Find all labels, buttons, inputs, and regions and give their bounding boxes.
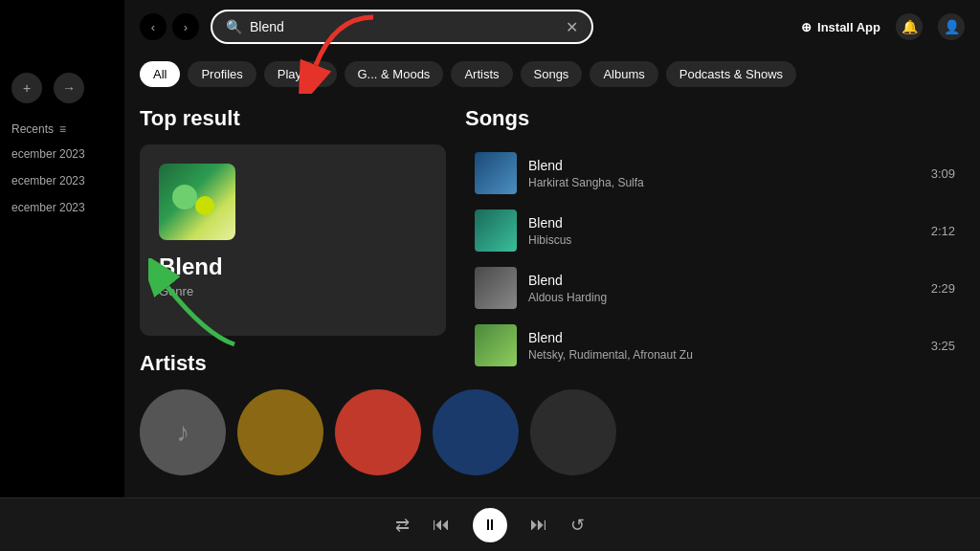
list-item[interactable]: ecember 2023 — [11, 174, 113, 187]
tab-profiles[interactable]: Profiles — [188, 61, 256, 87]
top-result-title: Top result — [140, 106, 446, 131]
sidebar: + → Recents ≡ ecember 2023 ecember 2023 … — [0, 0, 124, 551]
songs-section: Songs Blend Harkirat Sangha, Sulfa 3:09 … — [465, 106, 965, 374]
plus-icon: + — [23, 80, 31, 96]
artist-avatar — [237, 389, 323, 475]
song-thumbnail — [475, 267, 517, 309]
nav-buttons: ‹ › — [140, 13, 199, 40]
user-menu-button[interactable]: 👤 — [938, 13, 965, 40]
topbar: ‹ › 🔍 ✕ ⊕ Install App 🔔 👤 — [124, 0, 980, 54]
song-duration: 3:25 — [931, 339, 955, 353]
back-button[interactable]: ‹ — [140, 13, 167, 40]
list-item[interactable] — [335, 389, 421, 481]
topbar-right: ⊕ Install App 🔔 👤 — [801, 13, 965, 40]
top-result-thumbnail — [159, 164, 235, 240]
content-area: Top result Blend Genre Artists ♪ — [124, 95, 980, 510]
forward-button[interactable]: › — [172, 13, 199, 40]
install-icon: ⊕ — [801, 20, 812, 34]
song-artist: Hibiscus — [528, 233, 920, 247]
song-name: Blend — [528, 273, 920, 288]
top-result-card[interactable]: Blend Genre — [140, 144, 446, 336]
song-info: Blend Hibiscus — [528, 215, 920, 247]
table-row[interactable]: Blend Netsky, Rudimental, Afronaut Zu 3:… — [465, 317, 965, 374]
song-duration: 2:12 — [931, 224, 955, 238]
song-thumbnail — [475, 209, 517, 252]
list-icon: ≡ — [59, 122, 66, 136]
search-input[interactable] — [250, 19, 558, 34]
bottom-bar: ⇄ ⏮ ⏸ ⏭ ↺ — [0, 497, 980, 551]
artists-title: Artists — [140, 351, 446, 376]
artist-avatar — [335, 389, 421, 475]
arrow-right-icon: → — [62, 80, 76, 96]
previous-button[interactable]: ⏮ — [433, 515, 450, 535]
tab-all[interactable]: All — [140, 61, 180, 87]
artists-section: Artists ♪ — [140, 351, 446, 481]
bell-icon: 🔔 — [902, 19, 918, 34]
person-icon: ♪ — [176, 417, 189, 448]
pause-icon: ⏸ — [482, 517, 498, 534]
song-artist: Netsky, Rudimental, Afronaut Zu — [528, 348, 920, 362]
artist-avatar: ♪ — [140, 389, 226, 475]
table-row[interactable]: Blend Harkirat Sangha, Sulfa 3:09 — [465, 144, 965, 202]
user-avatar-icon: 👤 — [944, 19, 960, 34]
add-library-button[interactable]: + — [11, 73, 42, 103]
recents-label: Recents ≡ — [11, 122, 113, 136]
song-info: Blend Aldous Harding — [528, 273, 920, 304]
songs-title: Songs — [465, 106, 965, 131]
forward-library-button[interactable]: → — [54, 73, 84, 103]
search-clear-button[interactable]: ✕ — [566, 18, 578, 36]
install-label: Install App — [817, 20, 880, 34]
next-button[interactable]: ⏭ — [530, 515, 547, 535]
top-result-type: Genre — [159, 284, 427, 298]
tab-artists[interactable]: Artists — [451, 61, 512, 87]
top-result-name: Blend — [159, 253, 427, 280]
table-row[interactable]: Blend Hibiscus 2:12 — [465, 202, 965, 259]
shuffle-button[interactable]: ⇄ — [395, 515, 410, 536]
play-pause-button[interactable]: ⏸ — [473, 508, 507, 542]
table-row[interactable]: Blend Aldous Harding 2:29 — [465, 259, 965, 317]
list-item[interactable] — [237, 389, 323, 481]
install-app-button[interactable]: ⊕ Install App — [801, 20, 880, 34]
right-panel: Songs Blend Harkirat Sangha, Sulfa 3:09 … — [465, 106, 965, 498]
left-panel: Top result Blend Genre Artists ♪ — [140, 106, 446, 498]
song-duration: 2:29 — [931, 281, 955, 296]
song-name: Blend — [528, 158, 920, 173]
tab-albums[interactable]: Albums — [590, 61, 657, 87]
song-name: Blend — [528, 330, 920, 345]
tab-songs[interactable]: Songs — [521, 61, 583, 87]
search-icon: 🔍 — [226, 19, 242, 34]
tab-playlists[interactable]: Playlists — [264, 61, 337, 87]
list-item[interactable]: ♪ — [140, 389, 226, 481]
artists-grid: ♪ — [140, 389, 446, 481]
song-info: Blend Netsky, Rudimental, Afronaut Zu — [528, 330, 920, 362]
song-artist: Aldous Harding — [528, 291, 920, 304]
list-item[interactable]: ecember 2023 — [11, 147, 113, 161]
list-item[interactable]: ecember 2023 — [11, 201, 113, 214]
tab-genres-moods[interactable]: G... & Moods — [345, 61, 444, 87]
song-info: Blend Harkirat Sangha, Sulfa — [528, 158, 920, 189]
song-artist: Harkirat Sangha, Sulfa — [528, 176, 920, 189]
tab-podcasts-shows[interactable]: Podcasts & Shows — [666, 61, 796, 87]
filter-tabs: All Profiles Playlists G... & Moods Arti… — [124, 54, 980, 95]
notifications-button[interactable]: 🔔 — [896, 13, 923, 40]
search-bar[interactable]: 🔍 ✕ — [211, 10, 593, 44]
song-thumbnail — [475, 324, 517, 366]
song-duration: 3:09 — [931, 166, 955, 181]
song-thumbnail — [475, 152, 517, 194]
main-content: ‹ › 🔍 ✕ ⊕ Install App 🔔 👤 All Profiles P… — [124, 0, 980, 517]
song-name: Blend — [528, 215, 920, 231]
loop-button[interactable]: ↺ — [570, 515, 585, 536]
